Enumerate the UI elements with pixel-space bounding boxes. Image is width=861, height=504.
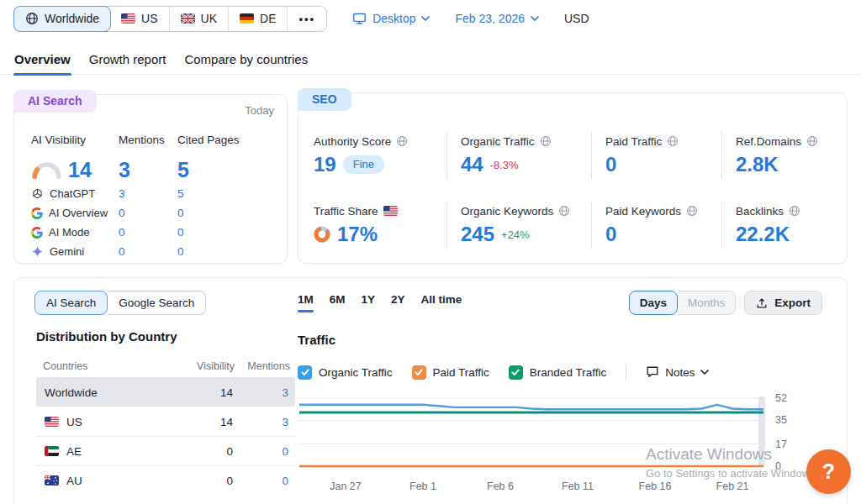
- seo-metric-organic-keywords: Organic Keywords 245+24%: [446, 202, 591, 249]
- period-tab-2y[interactable]: 2Y: [391, 293, 405, 312]
- source-toggle-google-search[interactable]: Google Search: [108, 291, 206, 315]
- metric-label: Traffic Share: [314, 205, 378, 218]
- globe-info-icon: [558, 205, 570, 217]
- country-row-au[interactable]: AU 0 0: [36, 465, 295, 495]
- ai-search-badge: AI Search: [13, 90, 97, 113]
- location-tab-more[interactable]: •••: [287, 7, 326, 31]
- location-tab-label: UK: [201, 12, 217, 25]
- export-button[interactable]: Export: [744, 291, 822, 315]
- country-visibility: 0: [174, 475, 233, 487]
- flag-uk-icon: [181, 13, 195, 24]
- source-toggle-ai-search[interactable]: AI Search: [34, 291, 108, 315]
- x-axis-tick: Feb 6: [487, 480, 514, 492]
- tab-growth-report[interactable]: Growth report: [88, 47, 167, 75]
- legend-label: Organic Traffic: [319, 366, 393, 379]
- checkbox-checked-icon[interactable]: [298, 365, 312, 380]
- metric-delta: +24%: [501, 228, 530, 241]
- metric-label: Paid Traffic: [605, 135, 662, 148]
- globe-info-icon: [789, 205, 800, 217]
- help-button[interactable]: ?: [806, 449, 851, 494]
- export-label: Export: [774, 297, 811, 309]
- location-tab-label: Worldwide: [45, 12, 99, 25]
- platform-mentions[interactable]: 0: [119, 242, 177, 261]
- platform-cited-pages[interactable]: 5: [177, 184, 270, 203]
- seo-metric-organic-traffic: Organic Traffic 44-8.3%: [446, 132, 591, 179]
- metric-value: 2.8K: [736, 153, 779, 176]
- legend-label: Paid Traffic: [433, 366, 489, 379]
- legend-paid-traffic[interactable]: Paid Traffic: [412, 365, 489, 380]
- globe-info-icon: [540, 135, 552, 147]
- traffic-chart: [298, 391, 769, 480]
- flag-au-icon: [45, 475, 59, 486]
- country-mentions[interactable]: 0: [233, 445, 293, 458]
- currency-label: USD: [564, 12, 589, 25]
- metric-value: 22.2K: [736, 223, 790, 246]
- granularity-months[interactable]: Months: [678, 291, 736, 315]
- platform-mentions[interactable]: 0: [119, 203, 177, 223]
- location-tab-de[interactable]: DE: [228, 7, 287, 31]
- date-selector[interactable]: Feb 23, 2026: [455, 12, 539, 25]
- seo-metric-traffic-share: Traffic Share 17%: [314, 202, 446, 249]
- notes-icon: [646, 365, 659, 379]
- legend-organic-traffic[interactable]: Organic Traffic: [298, 365, 393, 380]
- globe-info-icon: [686, 205, 698, 217]
- platform-gemini: Gemini: [31, 242, 119, 261]
- tab-compare-by-countries[interactable]: Compare by countries: [183, 47, 309, 75]
- monitor-icon: [352, 12, 367, 25]
- granularity-days[interactable]: Days: [629, 291, 678, 315]
- app-page: WorldwideUSUKDE••• Desktop Feb 23, 2026 …: [0, 0, 861, 504]
- period-tab-1m[interactable]: 1M: [298, 293, 314, 312]
- metric-value: 0: [605, 153, 616, 176]
- period-tab-1y[interactable]: 1Y: [362, 293, 376, 312]
- location-tab-uk[interactable]: UK: [169, 7, 228, 31]
- ai-visibility-total: 14: [31, 155, 119, 184]
- ai-col-header: Cited Pages: [177, 134, 270, 155]
- period-tab-all-time[interactable]: All time: [421, 293, 462, 312]
- series-organic-traffic: [299, 405, 763, 409]
- upload-icon: [756, 297, 768, 309]
- traffic-share-donut-icon: [314, 226, 330, 243]
- checkbox-checked-icon[interactable]: [509, 365, 523, 380]
- country-mentions[interactable]: 3: [233, 416, 293, 428]
- x-axis-tick: Jan 27: [330, 480, 362, 492]
- country-name: AU: [66, 475, 82, 487]
- location-tab-label: US: [141, 12, 157, 25]
- country-mentions[interactable]: 0: [233, 475, 293, 487]
- platform-mentions[interactable]: 0: [119, 223, 177, 242]
- metric-label: Paid Keywords: [605, 205, 681, 218]
- country-name: Worldwide: [45, 386, 98, 399]
- platform-cited-pages[interactable]: 0: [177, 242, 270, 261]
- metric-label: Organic Traffic: [461, 135, 535, 148]
- country-visibility: 0: [174, 445, 233, 458]
- country-row-ae[interactable]: AE 0 0: [36, 436, 295, 465]
- location-tab-us[interactable]: US: [110, 7, 168, 31]
- metric-value: 19: [314, 153, 336, 176]
- platform-cited-pages[interactable]: 0: [177, 223, 270, 242]
- platform-cited-pages[interactable]: 0: [177, 203, 270, 223]
- legend-branded-traffic[interactable]: Branded Traffic: [509, 365, 606, 380]
- flag-us-icon: [45, 417, 59, 427]
- device-selector[interactable]: Desktop: [352, 12, 430, 25]
- country-table-header: CountriesVisibilityMentions: [36, 355, 295, 377]
- country-name: US: [66, 416, 82, 428]
- google-icon: [31, 227, 43, 239]
- platform-mentions[interactable]: 3: [119, 184, 177, 203]
- location-tab-worldwide[interactable]: Worldwide: [13, 6, 111, 32]
- country-row-worldwide[interactable]: Worldwide 14 3: [36, 377, 295, 407]
- seo-metrics-grid: Authority Score 19Fine Organic Traffic 4…: [314, 132, 838, 249]
- globe-info-icon: [806, 135, 818, 147]
- globe-info-icon: [396, 135, 408, 147]
- country-mentions[interactable]: 3: [233, 386, 293, 399]
- metric-label: Organic Keywords: [461, 205, 553, 218]
- score-badge: Fine: [343, 155, 384, 174]
- tab-overview[interactable]: Overview: [13, 47, 71, 75]
- checkbox-checked-icon[interactable]: [412, 365, 426, 380]
- country-row-us[interactable]: US 14 3: [36, 407, 295, 436]
- notes-dropdown[interactable]: Notes: [646, 365, 709, 379]
- country-visibility: 14: [174, 386, 233, 399]
- period-tab-6m[interactable]: 6M: [330, 293, 346, 312]
- chart-x-axis: Jan 27Feb 1Feb 6Feb 11Feb 16Feb 21: [298, 480, 769, 494]
- google-icon: [31, 207, 43, 219]
- y-axis-tick: 52: [775, 392, 787, 404]
- chevron-down-icon: [700, 370, 709, 375]
